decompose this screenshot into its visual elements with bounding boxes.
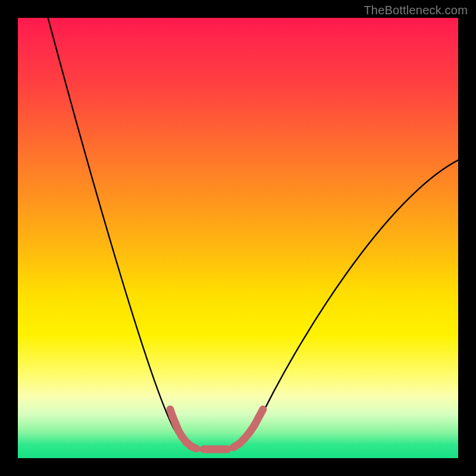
- svg-line-15: [259, 409, 263, 417]
- highlight-left: [170, 409, 196, 449]
- chart-frame: TheBottleneck.com: [0, 0, 476, 476]
- svg-line-6: [191, 446, 196, 449]
- bottleneck-curve: [46, 18, 458, 449]
- watermark-text: TheBottleneck.com: [364, 4, 468, 17]
- plot-area: [18, 18, 458, 458]
- highlight-right: [233, 409, 263, 447]
- curve-layer: [18, 18, 458, 458]
